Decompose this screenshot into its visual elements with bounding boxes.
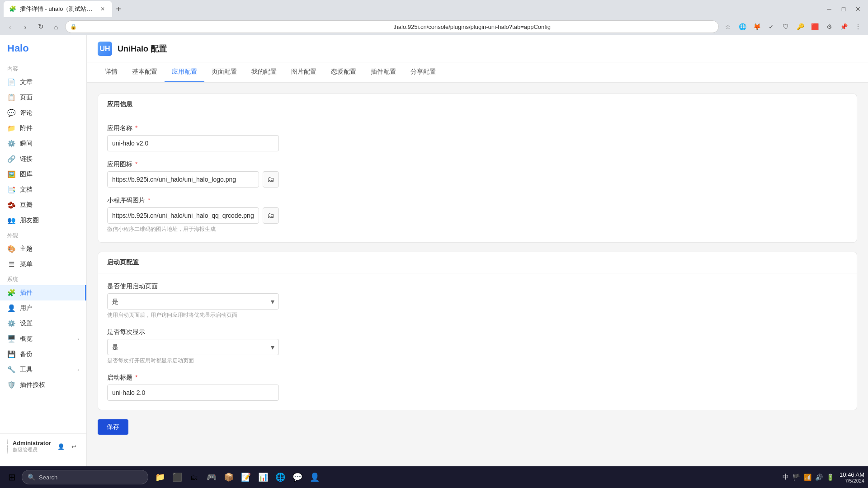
ext6-button[interactable]: 🟥 — [808, 20, 821, 33]
sidebar-item-settings[interactable]: ⚙️ 设置 — [0, 316, 86, 331]
sidebar-item-links[interactable]: 🔗 链接 — [0, 151, 86, 167]
comments-icon: 💬 — [7, 109, 15, 117]
tab-details[interactable]: 详情 — [98, 62, 125, 82]
home-button[interactable]: ⌂ — [50, 20, 62, 33]
profile-button[interactable]: 👤 — [56, 441, 66, 452]
save-button[interactable]: 保存 — [98, 419, 128, 435]
docs-icon: 📑 — [7, 186, 15, 194]
taskbar-app-app2[interactable]: 📝 — [238, 469, 254, 485]
page-header-logo: UH — [98, 42, 112, 56]
tab-basic-config[interactable]: 基本配置 — [125, 62, 165, 82]
systray: 中 🏴 📶 🔊 🔋 — [779, 473, 838, 481]
taskbar-clock[interactable]: 10:46 AM 7/5/2024 — [840, 471, 864, 483]
sidebar-item-gallery[interactable]: 🖼️ 图库 — [0, 167, 86, 182]
app-icon-input[interactable] — [107, 171, 259, 188]
tab-love-config[interactable]: 恋爱配置 — [324, 62, 363, 82]
ext2-button[interactable]: 🦊 — [750, 20, 763, 33]
taskbar-app-app1[interactable]: 📦 — [221, 469, 237, 485]
miniapp-qr-input[interactable] — [107, 207, 259, 224]
articles-icon: 📄 — [7, 78, 15, 86]
more-button[interactable]: ⋮ — [852, 20, 864, 33]
sidebar-item-overview[interactable]: 🖥️ 概览 › — [0, 331, 86, 347]
taskbar-app-fileexplorer[interactable]: 📁 — [152, 469, 168, 485]
tab-my-config[interactable]: 我的配置 — [244, 62, 284, 82]
sidebar-item-plugins[interactable]: 🧩 插件 — [0, 285, 86, 300]
taskbar-app-terminal[interactable]: ⬛ — [169, 469, 185, 485]
content-area: UH UniHalo 配置 详情 基本配置 应用配置 页面配置 我的配置 图片配… — [87, 35, 868, 466]
footer-role: 超级管理员 — [13, 446, 51, 453]
ext1-button[interactable]: 🌐 — [736, 20, 749, 33]
app-info-body: 应用名称 * 应用图标 * 🗂 — [98, 115, 857, 242]
sidebar-item-users[interactable]: 👤 用户 — [0, 300, 86, 316]
app-icon-file-button[interactable]: 🗂 — [263, 171, 279, 188]
sidebar-item-articles[interactable]: 📄 文章 — [0, 75, 86, 90]
taskbar-app-browser[interactable]: 🌐 — [272, 469, 288, 485]
tab-image-config[interactable]: 图片配置 — [284, 62, 324, 82]
start-button[interactable]: ⊞ — [4, 469, 20, 485]
ext5-button[interactable]: 🔑 — [794, 20, 807, 33]
sidebar-item-pages[interactable]: 📋 页面 — [0, 90, 86, 105]
tab-app-config[interactable]: 应用配置 — [165, 62, 204, 82]
ext4-button[interactable]: 🛡 — [779, 20, 792, 33]
miniapp-qr-file-button[interactable]: 🗂 — [263, 207, 279, 224]
tools-icon: 🔧 — [7, 366, 15, 374]
tab-plugin-config[interactable]: 插件配置 — [363, 62, 403, 82]
attachments-icon: 📁 — [7, 124, 15, 132]
taskbar-search[interactable]: 🔍 Search — [22, 470, 148, 484]
taskbar-app-app3[interactable]: 📊 — [255, 469, 271, 485]
logout-button[interactable]: ↩ — [68, 441, 79, 452]
bookmark-button[interactable]: ☆ — [722, 20, 734, 33]
splash-enable-select-wrapper: 是 否 — [107, 293, 279, 310]
address-bar[interactable]: 🔒 thalo.925i.cn/console/plugins/plugin-u… — [65, 20, 719, 33]
plugins-icon: 🧩 — [7, 289, 15, 297]
new-tab-button[interactable]: + — [112, 3, 125, 15]
sidebar-item-douban[interactable]: 🫘 豆瓣 — [0, 197, 86, 213]
taskbar-app-game[interactable]: 🎮 — [203, 469, 220, 485]
sidebar-item-docs[interactable]: 📑 文档 — [0, 182, 86, 197]
splash-every-select[interactable]: 是 否 — [107, 339, 279, 355]
browser-tab-active[interactable]: 🧩 插件详情 - uhalo（测试站点） ✕ — [4, 1, 112, 17]
back-button[interactable]: ‹ — [4, 20, 16, 33]
splash-enable-select[interactable]: 是 否 — [107, 293, 279, 310]
sidebar-item-menus[interactable]: ☰ 菜单 — [0, 257, 86, 272]
page-logo-text: UH — [99, 45, 110, 53]
sidebar-item-overview-label: 概览 — [20, 335, 33, 343]
sidebar-item-gallery-label: 图库 — [20, 170, 33, 178]
ext8-button[interactable]: 📌 — [837, 20, 850, 33]
sidebar-item-backup-label: 备份 — [20, 350, 33, 358]
tab-close-button[interactable]: ✕ — [99, 5, 107, 13]
sidebar-item-themes[interactable]: 🎨 主题 — [0, 241, 86, 257]
reload-button[interactable]: ↻ — [34, 20, 47, 33]
ext7-button[interactable]: ⚙ — [823, 20, 835, 33]
sidebar-logo: Halo — [0, 35, 86, 61]
sidebar-item-friendcircle[interactable]: 👥 朋友圈 — [0, 213, 86, 228]
app-name-input[interactable] — [107, 135, 279, 151]
taskbar-app-avatar[interactable]: 👤 — [307, 469, 323, 485]
sidebar-item-backup[interactable]: 💾 备份 — [0, 347, 86, 362]
forward-button[interactable]: › — [19, 20, 32, 33]
tab-share-config[interactable]: 分享配置 — [403, 62, 443, 82]
tab-page-config[interactable]: 页面配置 — [204, 62, 244, 82]
sidebar-item-comments[interactable]: 💬 评论 — [0, 105, 86, 121]
splash-every-label: 是否每次显示 — [107, 328, 848, 336]
miniapp-qr-label: 小程序码图片 * — [107, 197, 848, 205]
browser-toolbar: ‹ › ↻ ⌂ 🔒 thalo.925i.cn/console/plugins/… — [0, 18, 868, 35]
close-window-button[interactable]: ✕ — [852, 3, 864, 15]
sidebar-item-attachments[interactable]: 📁 附件 — [0, 121, 86, 136]
app-icon-label: 应用图标 * — [107, 160, 848, 169]
sidebar-item-tools[interactable]: 🔧 工具 › — [0, 362, 86, 377]
sidebar-item-moments[interactable]: ⚙️ 瞬间 — [0, 136, 86, 151]
section-label-content: 内容 — [0, 61, 86, 75]
app-icon-input-wrapper: 🗂 — [107, 171, 279, 188]
taskbar-app-wechat[interactable]: 💬 — [289, 469, 306, 485]
splash-every-field: 是否每次显示 是 否 是否每次打开应用时都显示启动页面 — [107, 328, 848, 365]
maximize-button[interactable]: □ — [837, 3, 850, 15]
taskbar-app-files2[interactable]: 🗂 — [186, 469, 203, 485]
page-header: UH UniHalo 配置 — [87, 35, 868, 62]
sidebar-item-pluginauth[interactable]: 🛡️ 插件授权 — [0, 377, 86, 393]
minimize-button[interactable]: ─ — [823, 3, 835, 15]
sidebar-item-attachments-label: 附件 — [20, 124, 33, 132]
splash-title-input[interactable] — [107, 385, 279, 401]
splash-enable-field: 是否使用启动页面 是 否 使用启动页面后，用户访问应用时将优先显示启动页面 — [107, 282, 848, 319]
ext3-button[interactable]: ✓ — [765, 20, 778, 33]
